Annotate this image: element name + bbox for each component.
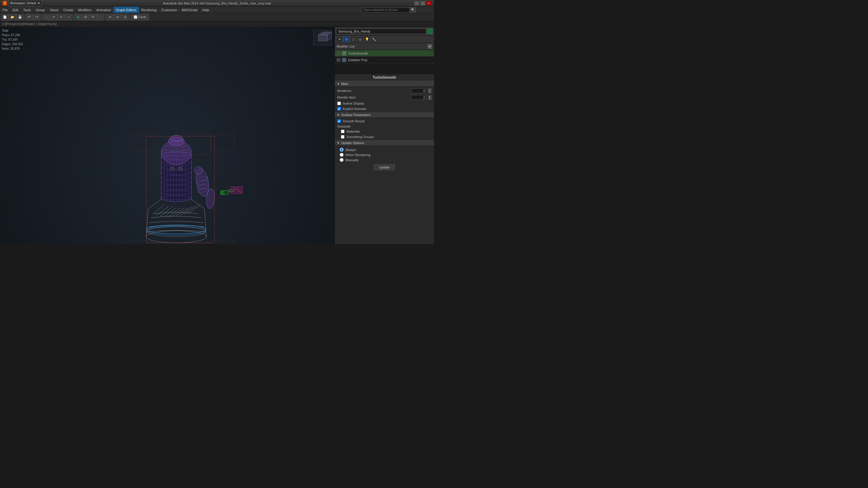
menu-modifiers[interactable]: Modifiers	[76, 7, 94, 13]
modifier-editpoly-name: Editable Poly	[348, 58, 367, 62]
modifier-editpoly-checkbox[interactable]: ✓	[337, 58, 340, 62]
manually-radio-item[interactable]: Manually	[340, 158, 429, 162]
smoothing-groups-label: Smoothing Groups	[346, 135, 374, 139]
render-iters-input[interactable]	[411, 95, 426, 100]
percent-snap[interactable]: %	[90, 14, 97, 21]
object-color-swatch[interactable]	[427, 28, 433, 34]
update-button[interactable]: Update	[374, 164, 395, 170]
mirror-btn[interactable]: ⇌	[106, 14, 114, 21]
select-btn[interactable]: ⬚	[42, 14, 50, 21]
menu-customize[interactable]: Customize	[159, 7, 179, 13]
undo-btn[interactable]: ↶	[26, 14, 33, 21]
align-btn[interactable]: ⊟	[114, 14, 121, 21]
search-btn[interactable]: 🔍	[410, 7, 416, 13]
always-radio[interactable]	[340, 148, 344, 152]
iterations-label: Iterations:	[337, 89, 409, 93]
isoline-checkbox[interactable]	[337, 101, 341, 105]
svg-rect-72	[182, 243, 210, 244]
menu-file[interactable]: File	[0, 7, 10, 13]
smooth-result-checkbox[interactable]	[337, 119, 341, 123]
render-iters-label: Render Iters:	[337, 96, 409, 99]
main-section[interactable]: ▼ Main	[335, 81, 434, 87]
svg-line-23	[188, 205, 200, 214]
svg-line-3	[136, 239, 146, 244]
layer-manager-btn[interactable]: ☰	[121, 14, 129, 21]
workspace-dropdown[interactable]: Workspace: Default ▼	[8, 0, 42, 7]
modifier-editpoly-icon: E	[342, 58, 346, 62]
create-panel-btn[interactable]: ✦	[336, 36, 343, 42]
modifier-checkbox[interactable]: ✓	[337, 52, 340, 55]
motion-panel-btn[interactable]: ◎	[357, 36, 364, 42]
manually-radio[interactable]	[340, 158, 344, 162]
modify-panel-btn[interactable]: ⊘	[343, 36, 350, 42]
open-btn[interactable]: 📂	[9, 14, 16, 21]
menu-help[interactable]: Help	[200, 7, 212, 13]
always-radio-item[interactable]: Always	[340, 148, 429, 152]
menu-create[interactable]: Create	[61, 7, 76, 13]
iterations-spinner[interactable]: ▲ ▼	[428, 88, 432, 93]
when-rendering-radio[interactable]	[340, 153, 344, 157]
svg-line-22	[184, 206, 196, 214]
display-panel-btn[interactable]: 💡	[364, 36, 370, 42]
search-input[interactable]	[362, 7, 410, 13]
menu-tools[interactable]: Tools	[21, 7, 33, 13]
main-section-label: Main	[341, 82, 348, 86]
modifier-list-dropdown[interactable]: ▼	[427, 44, 432, 49]
main-toolbar: 📄 📂 💾 ↶ ↷ ⬚ ✛ ↻ ⤢ ⊞ ⦿ % ⋮ ⇌ ⊟ ☰ 📈 Curve	[0, 13, 434, 21]
render-iters-spinner[interactable]: ▲ ▼	[428, 95, 432, 100]
close-btn[interactable]: ✕	[426, 1, 432, 6]
new-btn[interactable]: 📄	[1, 14, 8, 21]
smooth-result-label: Smooth Result	[343, 119, 364, 123]
modifier-editable-poly[interactable]: ✓ E Editable Poly	[335, 57, 434, 63]
title-bar: 3 Workspace: Default ▼ Autodesk 3ds Max …	[0, 0, 434, 7]
hierarchy-panel-btn[interactable]: ⍁	[350, 36, 356, 42]
smooth-result-row: Smooth Result	[335, 118, 434, 124]
materials-row: Materials	[335, 129, 434, 134]
snap-toggle[interactable]: ⊞	[74, 14, 82, 21]
update-options-arrow: ▼	[337, 141, 340, 145]
iterations-input[interactable]	[411, 88, 426, 93]
svg-line-19	[173, 208, 184, 216]
angle-snap[interactable]: ⦿	[82, 14, 89, 21]
save-btn[interactable]: 💾	[16, 14, 24, 21]
menu-graph-editors[interactable]: Graph Editors	[114, 7, 139, 13]
viewport-3d[interactable]: Total Polys: 67,244 Tris: 67,344 Edges: …	[0, 27, 335, 244]
materials-label: Materials	[346, 130, 360, 133]
menu-maxscript[interactable]: MAXScript	[179, 7, 200, 13]
menu-animation[interactable]: Animation	[94, 7, 114, 13]
always-label: Always	[345, 148, 356, 152]
viewport-path-bar: [+][Perspective][Shaded + Edged Faces]	[0, 21, 434, 27]
curve-editor-btn[interactable]: 📈 Curve	[131, 14, 149, 21]
surface-params-section[interactable]: ▼ Surface Parameters	[335, 112, 434, 118]
move-btn[interactable]: ✛	[50, 14, 57, 21]
menu-edit[interactable]: Edit	[10, 7, 21, 13]
update-options-section[interactable]: ▼ Update Options	[335, 140, 434, 146]
total-label: Total	[2, 28, 23, 33]
modifier-list-header: Modifier List ▼	[335, 43, 434, 50]
svg-rect-73	[130, 134, 154, 150]
viewport-content[interactable]: Total Polys: 67,244 Tris: 67,344 Edges: …	[0, 27, 335, 244]
toolbar-separator-4	[105, 14, 105, 20]
utilities-panel-btn[interactable]: 🔧	[371, 36, 377, 42]
minimize-btn[interactable]: ─	[414, 1, 420, 6]
rotate-btn[interactable]: ↻	[58, 14, 65, 21]
scale-btn[interactable]: ⤢	[65, 14, 72, 21]
menu-group[interactable]: Group	[33, 7, 47, 13]
smoothing-groups-checkbox[interactable]	[341, 135, 344, 139]
modifier-turbosmooth[interactable]: ✓ T TurboSmooth	[335, 50, 434, 57]
redo-btn[interactable]: ↷	[33, 14, 40, 21]
when-rendering-radio-item[interactable]: When Rendering	[340, 153, 429, 157]
explicit-normals-checkbox[interactable]	[337, 107, 341, 111]
maximize-btn[interactable]: □	[420, 1, 426, 6]
edges-stat: Edges: 202,032	[2, 42, 23, 47]
polys-stat: Polys: 67,244	[2, 33, 23, 37]
right-properties-panel: Samsung_Bot_Handy ✦ ⊘ ⍁ ◎ 💡 🔧 Modifier L…	[335, 27, 434, 244]
materials-checkbox[interactable]	[341, 130, 344, 133]
panel-type-icons: ✦ ⊘ ⍁ ◎ 💡 🔧	[335, 36, 434, 43]
menu-views[interactable]: Views	[47, 7, 61, 13]
spinner-snap[interactable]: ⋮	[97, 14, 104, 21]
svg-line-15	[156, 206, 168, 215]
menu-rendering[interactable]: Rendering	[139, 7, 159, 13]
svg-point-45	[178, 167, 183, 170]
viewport-label: [+][Perspective][Shaded + Edged Faces]	[2, 22, 57, 26]
